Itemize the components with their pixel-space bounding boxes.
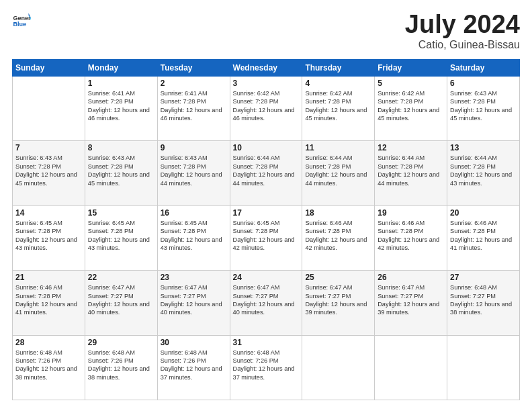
- table-row: 20 Sunrise: 6:46 AM Sunset: 7:28 PM Dayl…: [447, 205, 520, 270]
- sunset-text: Sunset: 7:28 PM: [161, 97, 227, 105]
- cell-info: Sunrise: 6:43 AM Sunset: 7:28 PM Dayligh…: [450, 89, 517, 123]
- day-number: 27: [450, 273, 517, 282]
- day-number: 24: [233, 273, 300, 282]
- sunrise-text: Sunrise: 6:44 AM: [233, 154, 300, 162]
- calendar-week-5: 28 Sunrise: 6:48 AM Sunset: 7:26 PM Dayl…: [13, 335, 520, 400]
- sunrise-text: Sunrise: 6:48 AM: [161, 349, 227, 357]
- sunset-text: Sunset: 7:26 PM: [233, 357, 300, 365]
- table-row: 28 Sunrise: 6:48 AM Sunset: 7:26 PM Dayl…: [13, 335, 85, 400]
- cell-info: Sunrise: 6:48 AM Sunset: 7:26 PM Dayligh…: [88, 349, 154, 382]
- sunrise-text: Sunrise: 6:44 AM: [378, 154, 444, 162]
- cell-info: Sunrise: 6:44 AM Sunset: 7:28 PM Dayligh…: [233, 154, 300, 187]
- table-row: 25 Sunrise: 6:47 AM Sunset: 7:27 PM Dayl…: [302, 271, 375, 335]
- sunrise-text: Sunrise: 6:42 AM: [378, 89, 444, 97]
- sunrise-text: Sunrise: 6:45 AM: [15, 219, 82, 227]
- table-row: 16 Sunrise: 6:45 AM Sunset: 7:28 PM Dayl…: [157, 205, 230, 270]
- table-row: 10 Sunrise: 6:44 AM Sunset: 7:28 PM Dayl…: [230, 141, 302, 205]
- daylight-text: Daylight: 12 hours and 42 minutes.: [378, 236, 444, 253]
- sunrise-text: Sunrise: 6:48 AM: [15, 349, 82, 357]
- sunset-text: Sunset: 7:28 PM: [450, 97, 517, 105]
- day-number: 11: [305, 143, 371, 152]
- sunset-text: Sunset: 7:28 PM: [450, 227, 517, 235]
- daylight-text: Daylight: 12 hours and 45 minutes.: [378, 106, 444, 123]
- col-sunday: Sunday: [13, 59, 85, 76]
- sunrise-text: Sunrise: 6:43 AM: [88, 154, 154, 162]
- cell-info: Sunrise: 6:48 AM Sunset: 7:26 PM Dayligh…: [161, 349, 227, 382]
- table-row: 11 Sunrise: 6:44 AM Sunset: 7:28 PM Dayl…: [302, 141, 375, 205]
- cell-info: Sunrise: 6:45 AM Sunset: 7:28 PM Dayligh…: [161, 219, 227, 253]
- cell-info: Sunrise: 6:43 AM Sunset: 7:28 PM Dayligh…: [15, 154, 82, 187]
- day-number: 4: [305, 79, 371, 88]
- logo-icon: General Blue: [12, 11, 31, 30]
- sunrise-text: Sunrise: 6:47 AM: [161, 283, 227, 291]
- cell-info: Sunrise: 6:48 AM Sunset: 7:27 PM Dayligh…: [450, 283, 517, 317]
- day-number: 14: [15, 208, 82, 218]
- day-number: 22: [88, 273, 154, 282]
- daylight-text: Daylight: 12 hours and 40 minutes.: [88, 300, 154, 317]
- header: General Blue July 2024 Catio, Guinea-Bis…: [12, 11, 520, 51]
- day-number: 13: [450, 143, 517, 152]
- table-row: 22 Sunrise: 6:47 AM Sunset: 7:27 PM Dayl…: [85, 271, 157, 335]
- page: General Blue July 2024 Catio, Guinea-Bis…: [0, 0, 532, 411]
- table-row: 31 Sunrise: 6:48 AM Sunset: 7:26 PM Dayl…: [230, 335, 302, 400]
- sunset-text: Sunset: 7:28 PM: [88, 227, 154, 235]
- table-row: 4 Sunrise: 6:42 AM Sunset: 7:28 PM Dayli…: [302, 76, 375, 140]
- sunset-text: Sunset: 7:28 PM: [233, 227, 300, 235]
- daylight-text: Daylight: 12 hours and 45 minutes.: [305, 106, 371, 123]
- sunset-text: Sunset: 7:28 PM: [378, 163, 444, 171]
- daylight-text: Daylight: 12 hours and 39 minutes.: [305, 300, 371, 317]
- daylight-text: Daylight: 12 hours and 43 minutes.: [161, 236, 227, 253]
- sunset-text: Sunset: 7:28 PM: [305, 97, 371, 105]
- table-row: 23 Sunrise: 6:47 AM Sunset: 7:27 PM Dayl…: [157, 271, 230, 335]
- daylight-text: Daylight: 12 hours and 41 minutes.: [450, 236, 517, 253]
- cell-info: Sunrise: 6:43 AM Sunset: 7:28 PM Dayligh…: [88, 154, 154, 187]
- sunset-text: Sunset: 7:27 PM: [305, 292, 371, 300]
- sunset-text: Sunset: 7:27 PM: [233, 292, 300, 300]
- daylight-text: Daylight: 12 hours and 42 minutes.: [305, 236, 371, 253]
- col-saturday: Saturday: [447, 59, 520, 76]
- col-wednesday: Wednesday: [230, 59, 302, 76]
- table-row: 18 Sunrise: 6:46 AM Sunset: 7:28 PM Dayl…: [302, 205, 375, 270]
- daylight-text: Daylight: 12 hours and 41 minutes.: [15, 300, 82, 317]
- table-row: 7 Sunrise: 6:43 AM Sunset: 7:28 PM Dayli…: [13, 141, 85, 205]
- calendar-location: Catio, Guinea-Bissau: [405, 39, 520, 51]
- table-row: [13, 76, 85, 140]
- sunrise-text: Sunrise: 6:46 AM: [450, 219, 517, 227]
- col-friday: Friday: [375, 59, 447, 76]
- cell-info: Sunrise: 6:46 AM Sunset: 7:28 PM Dayligh…: [15, 283, 82, 317]
- table-row: 13 Sunrise: 6:44 AM Sunset: 7:28 PM Dayl…: [447, 141, 520, 205]
- day-number: 21: [15, 273, 82, 282]
- table-row: 29 Sunrise: 6:48 AM Sunset: 7:26 PM Dayl…: [85, 335, 157, 400]
- daylight-text: Daylight: 12 hours and 42 minutes.: [233, 236, 300, 253]
- daylight-text: Daylight: 12 hours and 45 minutes.: [88, 171, 154, 187]
- day-number: 6: [450, 79, 517, 88]
- sunset-text: Sunset: 7:28 PM: [233, 97, 300, 105]
- sunrise-text: Sunrise: 6:48 AM: [450, 283, 517, 291]
- sunrise-text: Sunrise: 6:48 AM: [88, 349, 154, 357]
- sunrise-text: Sunrise: 6:46 AM: [378, 219, 444, 227]
- sunrise-text: Sunrise: 6:42 AM: [233, 89, 300, 97]
- day-number: 23: [161, 273, 227, 282]
- day-number: 18: [305, 208, 371, 218]
- day-number: 17: [233, 208, 300, 218]
- sunset-text: Sunset: 7:28 PM: [161, 163, 227, 171]
- sunset-text: Sunset: 7:28 PM: [15, 163, 82, 171]
- table-row: 9 Sunrise: 6:43 AM Sunset: 7:28 PM Dayli…: [157, 141, 230, 205]
- cell-info: Sunrise: 6:42 AM Sunset: 7:28 PM Dayligh…: [378, 89, 444, 123]
- day-number: 28: [15, 338, 82, 347]
- day-number: 10: [233, 143, 300, 152]
- sunset-text: Sunset: 7:28 PM: [378, 97, 444, 105]
- sunset-text: Sunset: 7:28 PM: [450, 163, 517, 171]
- sunrise-text: Sunrise: 6:47 AM: [378, 283, 444, 291]
- daylight-text: Daylight: 12 hours and 40 minutes.: [161, 300, 227, 317]
- sunset-text: Sunset: 7:27 PM: [161, 292, 227, 300]
- daylight-text: Daylight: 12 hours and 46 minutes.: [88, 106, 154, 123]
- cell-info: Sunrise: 6:47 AM Sunset: 7:27 PM Dayligh…: [161, 283, 227, 317]
- daylight-text: Daylight: 12 hours and 43 minutes.: [450, 171, 517, 187]
- day-number: 16: [161, 208, 227, 218]
- cell-info: Sunrise: 6:42 AM Sunset: 7:28 PM Dayligh…: [305, 89, 371, 123]
- table-row: 6 Sunrise: 6:43 AM Sunset: 7:28 PM Dayli…: [447, 76, 520, 140]
- day-number: 7: [15, 143, 82, 152]
- daylight-text: Daylight: 12 hours and 39 minutes.: [378, 300, 444, 317]
- table-row: 19 Sunrise: 6:46 AM Sunset: 7:28 PM Dayl…: [375, 205, 447, 270]
